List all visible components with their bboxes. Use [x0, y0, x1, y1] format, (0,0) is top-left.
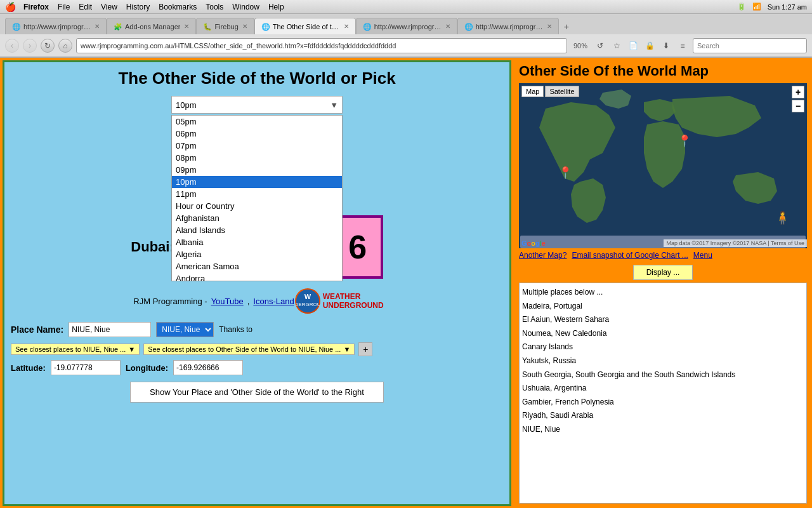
option-andorra[interactable]: Andorra — [172, 272, 342, 281]
display-button[interactable]: Display ... — [633, 265, 693, 280]
tab-label-4: http://www.rjmprogramming... — [374, 23, 442, 30]
option-07pm[interactable]: 07pm — [172, 140, 342, 152]
place-name-input[interactable] — [69, 322, 151, 337]
option-hour-or-country[interactable]: Hour or Country — [172, 200, 342, 212]
tab-close-0[interactable]: ✕ — [95, 23, 100, 30]
menu-firefox[interactable]: Firefox — [23, 3, 49, 11]
reload-icon[interactable]: ↺ — [594, 39, 606, 52]
apple-icon[interactable]: 🍎 — [5, 2, 16, 12]
place-item-2: El Aaiun, Western Sahara — [522, 313, 804, 327]
show-button[interactable]: Show Your Place and 'Other Side of the W… — [130, 382, 384, 403]
closest-btn-2[interactable]: See closest places to Other Side of the … — [143, 344, 355, 355]
map-title: Other Side Of the World Map — [519, 63, 807, 79]
latitude-input[interactable] — [51, 360, 121, 375]
map-zoom-controls: + − — [792, 86, 804, 112]
reader-view-icon[interactable]: 📄 — [627, 39, 639, 52]
menu-edit[interactable]: Edit — [79, 3, 92, 11]
marker-2: 📍 — [678, 134, 691, 148]
closest-btn-1[interactable]: See closest places to NIUE, Niue ... ▼ — [11, 344, 140, 355]
map-container[interactable]: Map Satellite + − 📍 📍 🧍 Google Map data … — [519, 83, 807, 248]
search-input[interactable] — [693, 38, 807, 53]
battery-icon: 🔋 — [737, 3, 746, 11]
place-name-label: Place Name: — [11, 324, 63, 335]
attribution-label: RJM Programming - — [133, 297, 207, 306]
menu-link[interactable]: Menu — [693, 251, 712, 260]
place-item-5: Yakutsk, Russia — [522, 354, 804, 368]
clock: Sun 1:27 am — [768, 3, 807, 11]
place-item-7: Ushuaia, Argentina — [522, 382, 804, 396]
left-panel: The Other Side of the World or Pick 10pm… — [3, 60, 511, 506]
time-select-display[interactable]: 10pm ▼ — [171, 96, 343, 114]
option-06pm[interactable]: 06pm — [172, 128, 342, 140]
youtube-link[interactable]: YouTube — [211, 297, 244, 306]
marker-1: 📍 — [558, 166, 572, 180]
google-logo: Google — [521, 239, 546, 247]
option-aland-islands[interactable]: Aland Islands — [172, 224, 342, 236]
tab-close-2[interactable]: ✕ — [242, 23, 247, 30]
menu-view[interactable]: View — [101, 3, 117, 11]
zoom-in-button[interactable]: + — [792, 86, 804, 98]
new-tab-button[interactable]: + — [559, 19, 574, 34]
another-map-link[interactable]: Another Map? — [519, 251, 566, 260]
map-view-button[interactable]: Map — [521, 86, 544, 97]
svg-text:UNDERGROUND: UNDERGROUND — [296, 302, 320, 307]
link-separator: , — [247, 297, 250, 306]
menu-window[interactable]: Window — [232, 3, 259, 11]
tab-label-5: http://www.rjmprogramming... — [476, 23, 543, 30]
home-button[interactable]: ⌂ — [58, 39, 72, 53]
url-bar[interactable] — [76, 38, 567, 53]
tab-close-5[interactable]: ✕ — [547, 23, 552, 30]
tab-bar: 🌐 http://www.rjmprogrammi... ✕ 🧩 Add-ons… — [0, 14, 812, 34]
pegman-icon[interactable]: 🧍 — [775, 210, 790, 225]
back-button[interactable]: ‹ — [5, 39, 19, 53]
place-name-select[interactable]: NIUE, Niue — [156, 322, 214, 337]
time-select-container: 10pm ▼ 05pm 06pm 07pm 08pm 09pm 10pm 11p… — [11, 96, 503, 114]
email-snapshot-link[interactable]: Email snapshot of Google Chart ... — [572, 251, 688, 260]
dropdown-list[interactable]: 05pm 06pm 07pm 08pm 09pm 10pm 11pm Hour … — [172, 116, 342, 281]
menu-help[interactable]: Help — [268, 3, 284, 11]
lock-icon[interactable]: 🔒 — [643, 39, 656, 52]
tab-close-1[interactable]: ✕ — [184, 23, 189, 30]
option-11pm[interactable]: 11pm — [172, 188, 342, 200]
tab-close-3[interactable]: ✕ — [344, 23, 349, 30]
tab-1[interactable]: 🧩 Add-ons Manager ✕ — [107, 18, 196, 34]
menu-file[interactable]: File — [58, 3, 70, 11]
option-10pm[interactable]: 10pm — [172, 176, 342, 188]
tab-0[interactable]: 🌐 http://www.rjmprogrammi... ✕ — [5, 18, 107, 34]
plus-button[interactable]: + — [358, 342, 372, 356]
option-american-samoa[interactable]: American Samoa — [172, 260, 342, 272]
tab-favicon-2: 🐛 — [203, 23, 211, 30]
zoom-out-button[interactable]: − — [792, 100, 804, 112]
place-item-8: Gambier, French Polynesia — [522, 396, 804, 410]
satellite-view-button[interactable]: Satellite — [545, 86, 579, 97]
tab-label-0: http://www.rjmprogrammi... — [23, 23, 91, 30]
tab-2[interactable]: 🐛 Firebug ✕ — [196, 18, 254, 34]
tab-close-4[interactable]: ✕ — [445, 23, 450, 30]
display-btn-container: Display ... — [519, 265, 807, 280]
longitude-input[interactable] — [173, 360, 243, 375]
option-albania[interactable]: Albania — [172, 236, 342, 248]
menu-items: Firefox File Edit View History Bookmarks… — [23, 3, 284, 11]
download-icon[interactable]: ⬇ — [660, 39, 672, 52]
menu-history[interactable]: History — [126, 3, 150, 11]
place-name-row: Place Name: NIUE, Niue Thanks to — [11, 322, 503, 337]
option-08pm[interactable]: 08pm — [172, 152, 342, 164]
forward-button[interactable]: › — [23, 39, 37, 53]
map-links: Another Map? Email snapshot of Google Ch… — [519, 251, 807, 260]
refresh-button[interactable]: ↻ — [41, 39, 55, 53]
menubar: 🍎 Firefox File Edit View History Bookmar… — [0, 0, 812, 14]
option-afghanistan[interactable]: Afghanistan — [172, 212, 342, 224]
option-05pm[interactable]: 05pm — [172, 116, 342, 128]
menu-icon[interactable]: ≡ — [676, 39, 689, 52]
bookmark-star-icon[interactable]: ☆ — [610, 39, 623, 52]
menu-tools[interactable]: Tools — [206, 3, 223, 11]
option-algeria[interactable]: Algeria — [172, 248, 342, 260]
icons-land-link[interactable]: Icons-Land — [253, 297, 294, 306]
wu-circle-icon: W UNDERGROUND — [295, 288, 320, 314]
tab-3[interactable]: 🌐 The Other Side of the Wo... ✕ — [254, 18, 356, 34]
option-09pm[interactable]: 09pm — [172, 164, 342, 176]
tab-5[interactable]: 🌐 http://www.rjmprogramming... ✕ — [457, 18, 559, 34]
tab-4[interactable]: 🌐 http://www.rjmprogramming... ✕ — [356, 18, 457, 34]
wifi-icon: 📶 — [752, 3, 761, 11]
menu-bookmarks[interactable]: Bookmarks — [159, 3, 197, 11]
